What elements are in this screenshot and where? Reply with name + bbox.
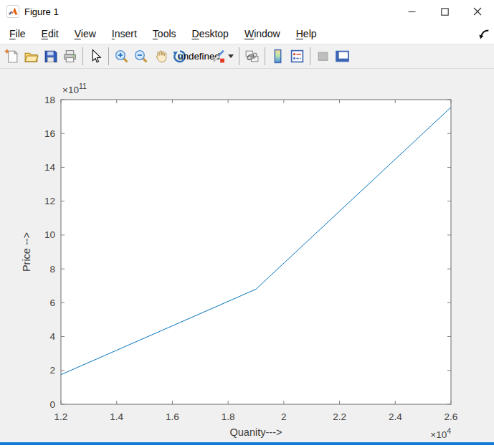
toolbar-separator	[239, 47, 239, 65]
y-tick-label: 8	[49, 264, 55, 275]
open-file-button[interactable]	[22, 47, 41, 67]
hide-plot-tools-icon	[315, 49, 331, 64]
y-tick-label: 2	[49, 365, 55, 376]
menu-item-desktop[interactable]: Desktop	[184, 24, 237, 43]
insert-legend-button[interactable]	[288, 47, 307, 67]
x-tick-label: 1.8	[222, 411, 235, 422]
brush-data-button[interactable]	[209, 47, 228, 67]
x-tick-label: 2	[281, 411, 287, 422]
x-axis-label: Quanity--->	[230, 426, 282, 438]
toolbar-separator	[310, 47, 310, 65]
show-plot-tools-icon	[335, 49, 350, 64]
figure-window: Figure 1 FileEditViewInsertToolsDesktopW…	[0, 0, 494, 448]
menu-item-help[interactable]: Help	[288, 24, 325, 43]
minimize-button[interactable]	[395, 0, 428, 23]
zoom-in-icon	[114, 49, 129, 64]
print-icon	[62, 49, 77, 64]
edit-plot-button[interactable]	[86, 47, 105, 67]
window-controls	[395, 0, 494, 23]
y-tick-label: 16	[44, 128, 55, 139]
maximize-icon	[441, 8, 449, 16]
menu-item-tools[interactable]: Tools	[145, 24, 184, 43]
link-plot-button[interactable]	[242, 47, 262, 67]
colorbar-icon	[270, 49, 285, 64]
x-tick-label: 2.6	[445, 411, 458, 422]
insert-colorbar-button[interactable]	[268, 47, 288, 67]
window-title: Figure 1	[24, 6, 395, 17]
legend-icon	[290, 49, 305, 64]
toolbar-separator	[82, 47, 83, 65]
y-tick-label: 18	[44, 95, 55, 105]
toolbar-separator	[108, 47, 109, 65]
menu-item-insert[interactable]: Insert	[104, 24, 145, 43]
show-plot-tools-dock-button[interactable]	[333, 47, 352, 67]
data-cursor-button[interactable]: undefined	[189, 47, 209, 67]
close-icon	[473, 7, 482, 16]
toolbar: undefined	[0, 44, 494, 69]
open-folder-icon	[24, 49, 39, 64]
y-tick-label: 0	[49, 399, 55, 410]
close-button[interactable]	[461, 0, 494, 23]
brush-icon	[211, 49, 226, 64]
minimize-icon	[408, 8, 416, 16]
title-bar: Figure 1	[0, 0, 494, 23]
x-axis-exponent: ×104	[430, 426, 451, 440]
x-tick-label: 1.4	[110, 411, 123, 422]
menu-item-file[interactable]: File	[1, 24, 34, 43]
toolbar-separator	[265, 47, 265, 65]
y-tick-label: 14	[44, 162, 56, 173]
pan-icon	[153, 49, 168, 64]
x-tick-label: 1.6	[166, 411, 179, 422]
hide-plot-tools-button	[313, 47, 333, 67]
pointer-icon	[88, 49, 103, 64]
x-tick-label: 2.2	[333, 411, 346, 422]
axes-background	[61, 100, 451, 404]
new-figure-button[interactable]	[2, 47, 22, 67]
y-tick-label: 10	[44, 229, 55, 240]
save-icon	[43, 49, 58, 64]
x-tick-label: 1.2	[54, 411, 68, 422]
menu-item-view[interactable]: View	[67, 24, 104, 43]
x-tick-label: 2.4	[389, 411, 402, 422]
y-tick-label: 12	[44, 196, 55, 206]
menu-item-edit[interactable]: Edit	[34, 24, 67, 43]
brush-data-dropdown-caret[interactable]	[228, 54, 234, 58]
print-figure-button[interactable]	[60, 47, 80, 67]
save-figure-button[interactable]	[41, 47, 60, 67]
window-bottom-padding	[0, 445, 494, 448]
zoom-out-button[interactable]	[131, 47, 151, 67]
y-tick-label: 6	[49, 297, 55, 308]
new-document-icon	[4, 49, 19, 64]
menu-item-window[interactable]: Window	[237, 24, 288, 43]
curved-arrow-icon[interactable]	[478, 27, 490, 40]
y-axis-exponent: ×1011	[62, 82, 87, 95]
zoom-in-button[interactable]	[112, 47, 131, 67]
y-axis-label: Price -->	[21, 232, 32, 272]
maximize-button[interactable]	[428, 0, 461, 23]
y-tick-label: 4	[49, 331, 55, 342]
link-plot-icon	[244, 49, 260, 64]
zoom-out-icon	[133, 49, 148, 64]
pan-button[interactable]	[151, 47, 170, 67]
matlab-logo-icon	[6, 5, 19, 18]
figure-canvas: 1.21.41.61.822.22.42.6024681012141618×10…	[0, 69, 494, 442]
figure-plot[interactable]: 1.21.41.61.822.22.42.6024681012141618×10…	[0, 69, 494, 442]
menu-bar: FileEditViewInsertToolsDesktopWindowHelp	[0, 23, 494, 44]
